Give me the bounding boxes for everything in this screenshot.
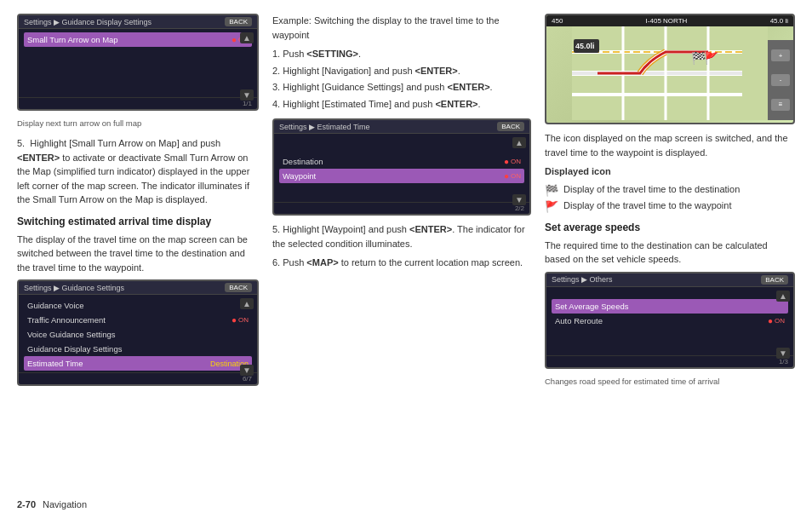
screen-item-guidance-voice: Guidance Voice xyxy=(24,298,252,313)
icon-row-destination: 🏁 Display of the travel time to the dest… xyxy=(545,184,795,197)
screen-footer-2: 6/7 xyxy=(19,372,257,384)
screen-item-estimated-time: Estimated Time Destination xyxy=(24,356,252,371)
screen-header-3: Settings ▶ Estimated Time BACK xyxy=(274,120,529,134)
item-label-small-turn: Small Turn Arrow on Map xyxy=(27,35,118,44)
icon-desc-waypoint: Display of the travel time to the waypoi… xyxy=(563,200,731,210)
screen-title-3: Settings ▶ Estimated Time xyxy=(279,123,370,131)
page-footer: 2-70 Navigation xyxy=(17,499,87,509)
map-screen: 450 I-405 NORTH 45.0 li xyxy=(545,14,795,124)
screen-body-2: Guidance Voice Traffic Announcement ON V… xyxy=(19,295,257,372)
map-highway-name: I-405 NORTH xyxy=(646,17,688,25)
icon-list: 🏁 Display of the travel time to the dest… xyxy=(545,184,795,213)
screen-item-display-settings: Guidance Display Settings xyxy=(24,342,252,356)
item-label-sas: Set Average Speeds xyxy=(555,302,628,311)
back-button-1[interactable]: BACK xyxy=(225,17,252,26)
back-button-4[interactable]: BACK xyxy=(761,275,788,285)
screen-item-waypoint: Waypoint ON xyxy=(279,169,524,183)
screen-estimated-time: Settings ▶ Estimated Time BACK Destinati… xyxy=(272,118,531,216)
right-column: 450 I-405 NORTH 45.0 li xyxy=(545,14,795,504)
scroll-up-2[interactable]: ▲ xyxy=(240,298,254,309)
caption-screen1: Display next turn arrow on full map xyxy=(17,118,259,130)
map-body: 🏁 🚩 45.0li + - ≡ xyxy=(546,26,793,120)
item-label-ds: Guidance Display Settings xyxy=(27,344,122,354)
screen-title-1: Settings ▶ Guidance Display Settings xyxy=(24,18,152,26)
flag-dest-icon: 🏁 xyxy=(545,184,558,197)
displayed-icon-title: Displayed icon xyxy=(545,164,795,179)
screen-item-small-turn: Small Turn Arrow on Map ON xyxy=(24,32,252,47)
scroll-down-2[interactable]: ▼ xyxy=(240,365,254,376)
map-side-panel: + - ≡ xyxy=(768,40,793,120)
left-column: Settings ▶ Guidance Display Settings BAC… xyxy=(17,14,272,504)
nav-label: Navigation xyxy=(43,499,87,509)
screen-footer-4: 1/3 xyxy=(546,355,793,367)
item-label-waypoint: Waypoint xyxy=(283,171,316,181)
scroll-arrows-1: ▲ ▼ xyxy=(240,32,254,101)
step5-middle: 5. Highlight [Waypoint] and push <ENTER>… xyxy=(272,222,531,250)
svg-text:45.0li: 45.0li xyxy=(575,42,595,50)
item-label-gv: Guidance Voice xyxy=(27,301,84,310)
screen-item-traffic: Traffic Announcement ON xyxy=(24,313,252,327)
scroll-up-3[interactable]: ▲ xyxy=(512,137,526,148)
item-label-dest: Destination xyxy=(283,157,323,166)
screen-item-set-avg-speeds: Set Average Speeds xyxy=(552,299,788,314)
scroll-up-4[interactable]: ▲ xyxy=(776,291,790,302)
step-1: 1. Push <SETTING>. xyxy=(272,47,531,62)
example-text: Example: Switching the display to the tr… xyxy=(272,14,531,42)
flag-waypoint-icon: 🚩 xyxy=(545,200,558,213)
section-avg-speeds-body: The required time to the destination can… xyxy=(545,239,795,267)
screen-avg-speeds: Settings ▶ Others BACK Set Average Speed… xyxy=(545,272,795,369)
section-avg-speeds-title: Set average speeds xyxy=(545,222,795,233)
screen-guidance-settings: Settings ▶ Guidance Settings BACK Guidan… xyxy=(17,279,259,386)
map-menu[interactable]: ≡ xyxy=(771,99,790,111)
map-roads-svg: 🏁 🚩 45.0li xyxy=(546,26,793,120)
step5-left: 5. Highlight [Small Turn Arrow on Map] a… xyxy=(17,136,259,207)
item-label-vs: Voice Guidance Settings xyxy=(27,330,116,339)
screen-body-1: Small Turn Arrow on Map ON xyxy=(19,29,257,97)
screen-item-destination: Destination ON xyxy=(279,154,524,169)
svg-text:🚩: 🚩 xyxy=(704,51,719,66)
scroll-arrows-2: ▲ ▼ xyxy=(240,298,254,376)
step-2: 2. Highlight [Navigation] and push <ENTE… xyxy=(272,64,531,79)
scroll-arrows-3: ▲ ▼ xyxy=(512,137,526,205)
screen-footer-1: 1/1 xyxy=(19,97,257,109)
screen-body-3: Destination ON Waypoint ON xyxy=(274,134,529,202)
scroll-down-1[interactable]: ▼ xyxy=(240,89,254,101)
page-number: 2-70 xyxy=(17,499,36,509)
section-switching-body: The display of the travel time on the ma… xyxy=(17,233,259,275)
screen-item-voice-settings: Voice Guidance Settings xyxy=(24,327,252,342)
section-switching-title: Switching estimated arrival time display xyxy=(17,216,259,227)
step7-text: The icon displayed on the map screen is … xyxy=(545,131,795,159)
back-button-3[interactable]: BACK xyxy=(497,122,524,131)
icon-desc-dest: Display of the travel time to the destin… xyxy=(563,184,740,194)
item-label-traffic: Traffic Announcement xyxy=(27,315,106,325)
screen-title-2: Settings ▶ Guidance Settings xyxy=(24,284,124,292)
step-4: 4. Highlight [Estimated Time] and push <… xyxy=(272,97,531,112)
screen-item-auto-reroute: Auto Reroute ON xyxy=(552,314,788,328)
back-button-2[interactable]: BACK xyxy=(225,283,252,292)
steps-list: 1. Push <SETTING>. 2. Highlight [Navigat… xyxy=(272,47,531,112)
step6-middle: 6. Push <MAP> to return to the current l… xyxy=(272,256,531,270)
scroll-down-4[interactable]: ▼ xyxy=(776,348,790,359)
screen-header-1: Settings ▶ Guidance Display Settings BAC… xyxy=(19,15,257,29)
scroll-up-1[interactable]: ▲ xyxy=(240,32,254,43)
map-speed-display: 450 xyxy=(552,17,563,25)
middle-column: Example: Switching the display to the tr… xyxy=(272,14,545,504)
screen-header-2: Settings ▶ Guidance Settings BACK xyxy=(19,281,257,295)
item-label-et: Estimated Time xyxy=(27,359,83,368)
caption-screen4: Changes road speed for estimated time of… xyxy=(545,376,795,388)
map-zoom-out[interactable]: - xyxy=(771,74,790,86)
map-speed2: 45.0 li xyxy=(770,17,788,25)
scroll-arrows-4: ▲ ▼ xyxy=(776,291,790,359)
screen-title-4: Settings ▶ Others xyxy=(552,275,613,284)
screen-body-4: Set Average Speeds Auto Reroute ON xyxy=(546,287,793,355)
map-header: 450 I-405 NORTH 45.0 li xyxy=(546,15,793,26)
item-label-ar: Auto Reroute xyxy=(555,316,603,325)
icon-row-waypoint: 🚩 Display of the travel time to the wayp… xyxy=(545,200,795,213)
step-3: 3. Highlight [Guidance Settings] and pus… xyxy=(272,80,531,95)
screen-header-4: Settings ▶ Others BACK xyxy=(546,273,793,287)
scroll-down-3[interactable]: ▼ xyxy=(512,194,526,205)
map-zoom-in[interactable]: + xyxy=(771,49,790,61)
screen-small-turn-arrow: Settings ▶ Guidance Display Settings BAC… xyxy=(17,14,259,111)
screen-footer-3: 2/2 xyxy=(274,202,529,214)
